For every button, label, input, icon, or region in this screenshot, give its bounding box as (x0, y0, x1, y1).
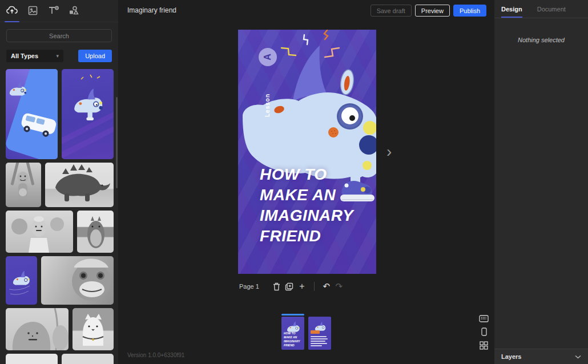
cat-figurine-art (73, 308, 114, 350)
grid-view-button[interactable] (480, 341, 488, 350)
document-title: Imaginary friend (127, 6, 176, 14)
lesson-badge-letter: A (263, 54, 273, 60)
asset-thumbnail-rhino[interactable] (62, 69, 114, 159)
stegosaurus-art (45, 163, 114, 207)
selected-page-indicator (281, 314, 304, 316)
asset-search (6, 29, 112, 42)
tab-design[interactable]: Design (501, 6, 522, 18)
asset-sidebar: All Types ▾ Upload (0, 0, 118, 364)
editor-canvas-area: Imaginary friend Save draft Preview Publ… (118, 0, 494, 364)
page-1-title-mini: HOW TO MAKE AN IMAGINARY FRIEND (284, 331, 300, 347)
sidebar-scrollbar[interactable] (116, 97, 118, 188)
asset-thumbnail-cat-figurine[interactable] (73, 308, 114, 350)
inspector-panel: Design Document Nothing selected Layers (494, 0, 588, 364)
type-filter-dropdown[interactable]: All Types ▾ (6, 50, 63, 62)
nothing-selected-text: Nothing selected (494, 37, 588, 43)
wooden-monkey-art (6, 163, 41, 207)
save-draft-button[interactable]: Save draft (370, 5, 412, 17)
duplicate-icon (285, 282, 293, 291)
asset-thumbnail-light-right[interactable] (62, 354, 114, 364)
sock-monkey-art (41, 256, 114, 305)
app-window: All Types ▾ Upload (0, 0, 588, 364)
page-2-label-chip (311, 330, 320, 334)
next-page-chevron[interactable]: › (386, 144, 392, 160)
desktop-view-icon (479, 315, 489, 322)
page-label: Page 1 (239, 283, 259, 290)
asset-thumbnail-light-left[interactable] (6, 354, 58, 364)
top-action-bar: Save draft Preview Publish (370, 5, 486, 17)
desktop-view-button[interactable] (479, 315, 489, 322)
filter-row: All Types ▾ Upload (6, 50, 112, 62)
poster-title-line-4: FRIEND (260, 226, 353, 246)
asset-thumbnail-stegosaurus[interactable] (45, 163, 114, 207)
preview-button[interactable]: Preview (415, 5, 450, 17)
upload-button[interactable]: Upload (78, 50, 112, 62)
totoro-art (77, 211, 114, 253)
lesson-label[interactable]: Lesson (264, 94, 271, 117)
page-1-thumbnail[interactable]: HOW TO MAKE AN IMAGINARY FRIEND (281, 314, 304, 350)
publish-button[interactable]: Publish (453, 5, 486, 17)
text-style-icon (48, 6, 59, 18)
chevron-down-icon (575, 355, 581, 359)
van-illustration-art (6, 69, 58, 159)
undo-button[interactable]: ↶ (320, 281, 333, 292)
mobile-view-button[interactable] (481, 327, 487, 336)
rhino-illustration-art (62, 69, 114, 159)
page-2-thumbnail[interactable] (308, 314, 331, 350)
text-tab[interactable] (47, 5, 59, 18)
layers-panel-toggle[interactable]: Layers (494, 349, 588, 364)
add-page-button[interactable]: + (296, 281, 308, 292)
view-mode-icons (479, 315, 489, 350)
uploads-tab[interactable] (6, 5, 18, 18)
search-input[interactable] (7, 30, 111, 42)
poster-title-text[interactable]: HOW TO MAKE AN IMAGINARY FRIEND (260, 164, 353, 246)
poster-title-line-3: IMAGINARY (260, 205, 353, 226)
toy-figure-art (6, 211, 73, 253)
chevron-down-icon: ▾ (56, 53, 59, 59)
pages-strip: HOW TO MAKE AN IMAGINARY FRIEND (281, 314, 331, 350)
asset-thumbnail-wooden-monkey[interactable] (6, 163, 41, 207)
asset-thumbnail-van[interactable] (6, 69, 58, 159)
shapes-icon (69, 6, 79, 18)
trash-icon (273, 282, 280, 291)
asset-thumbnail-plush-blob[interactable] (6, 308, 69, 350)
asset-thumbnail-rhino-poster[interactable] (6, 256, 37, 305)
asset-thumbnail-sock-monkey[interactable] (41, 256, 114, 305)
grid-view-icon (480, 341, 488, 350)
duplicate-page-button[interactable] (283, 281, 296, 292)
cloud-upload-icon (6, 6, 18, 17)
layers-label: Layers (501, 353, 521, 360)
type-filter-value: All Types (11, 52, 38, 59)
page-controls: Page 1 + ↶ ↷ (239, 281, 345, 292)
asset-grid (6, 69, 114, 364)
inspector-tab-bar: Design Document (494, 0, 588, 18)
shapes-tab[interactable] (67, 5, 80, 18)
redo-button[interactable]: ↷ (333, 281, 345, 292)
asset-thumbnail-totoro[interactable] (77, 211, 114, 253)
rhino-poster-art (6, 256, 37, 305)
asset-thumbnail-toy-figure[interactable] (6, 211, 73, 253)
poster-canvas[interactable]: A Lesson HOW TO MAKE AN IMAGINARY FRIEND (238, 30, 376, 274)
tab-document[interactable]: Document (537, 6, 566, 18)
delete-page-button[interactable] (271, 281, 283, 292)
toolbar-divider (314, 282, 315, 291)
poster-title-line-1: HOW TO (260, 164, 353, 185)
version-label: Version 1.0.0+6330f91 (127, 352, 184, 358)
lesson-badge[interactable]: A (259, 48, 277, 66)
poster-title-line-2: MAKE AN (260, 185, 353, 205)
asset-tab-bar (0, 0, 118, 22)
page-1-art (283, 318, 303, 333)
mobile-view-icon (481, 327, 487, 336)
image-icon (28, 6, 38, 18)
plush-blob-art (6, 308, 69, 350)
images-tab[interactable] (26, 5, 39, 18)
